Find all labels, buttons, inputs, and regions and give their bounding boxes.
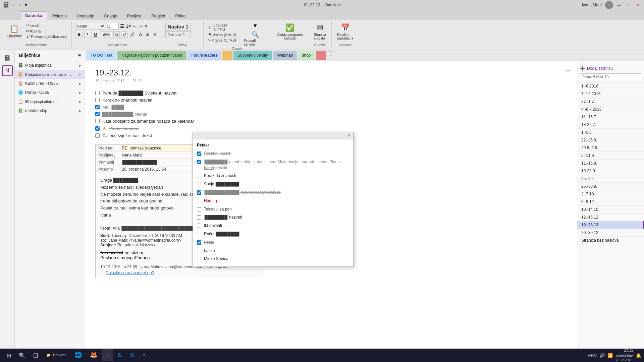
page-item-p14[interactable]: 26.-30.9. [577,183,644,190]
font-size-input[interactable] [107,23,119,29]
tasks-btn[interactable]: ✅ Zadaci programaOutlook [275,23,305,41]
find-tags-btn[interactable]: 🔍 Pronađi oznake [242,30,268,47]
fn-checkbox-11[interactable] [197,240,201,245]
page-item-p13[interactable]: 25.-29. [577,175,644,183]
tag2-btn[interactable]: ⚑Važno (Ctrl+2) [207,32,241,37]
tag3-btn[interactable]: ?Pitanje (Ctrl+3) [207,38,241,43]
meetup-link[interactable]: Dolazite sutra na meet-up? [106,270,154,275]
fn-checkbox-1[interactable] [197,152,201,156]
sidebar-item-50[interactable]: 📋 50 najinspiratinjih ... ▶ [15,97,85,106]
fn-checkbox-8[interactable] [197,215,201,220]
page-item-p1[interactable]: 1.-6.2016. [577,82,644,90]
page-item-p20[interactable]: 26.-30.12. [577,229,644,237]
sidebar-item-my-notebook[interactable]: 📓 Moja bilježnica ▶ [15,61,85,70]
tab-add[interactable]: + [327,51,335,59]
numlist-btn[interactable]: 1≡ [126,23,131,29]
network-icon[interactable]: 📶 [607,353,613,358]
fn-checkbox-13[interactable] [197,257,201,261]
tab-todo[interactable]: TO DO lista [87,51,116,60]
page-item-p5[interactable]: 11.-15.7. [577,113,644,121]
taskbar-app-firefox[interactable]: 🦊 [87,349,101,361]
forward-btn[interactable]: → [18,2,22,7]
fn-checkbox-10[interactable] [197,232,201,236]
checkbox-3[interactable] [95,105,100,109]
note-edit-icon[interactable]: ✏ [566,68,570,73]
sidebar-item-kucni-ured[interactable]: 🏠 Kućni ured - O365 ▶ [15,79,85,88]
sidebar-item-portal[interactable]: 🌐 Portal - O365 ▶ [15,88,85,97]
minimize-btn[interactable]: — [616,2,623,8]
page-item-p11[interactable]: 11.-16.9. [577,160,644,167]
page-item-p16[interactable]: 5.-9.12. [577,198,644,206]
tab-prikaz[interactable]: Prikaz [170,11,192,20]
tab-colored3[interactable] [222,51,232,60]
tab-supplier[interactable]: Supplier diversity [233,51,272,60]
strikethrough-btn[interactable]: abc [101,31,112,38]
page-item-p9[interactable]: 29.8.-2.9. [577,144,644,152]
highlight-btn[interactable]: 🖊 [129,31,136,38]
page-item-p18[interactable]: 12.-16.12. [577,214,644,221]
cut-btn[interactable]: ✂ Izreži [25,23,68,28]
back-btn[interactable]: ← [11,2,16,7]
page-item-p6[interactable]: 18-22.7. [577,121,644,129]
sidebar-item-korisnica[interactable]: 📔 Bilježnica korisnika Ivana -... ▼ [15,70,85,79]
my-notebook-icon[interactable]: 📓 [2,53,13,63]
tab-future[interactable]: Future leaders [187,51,221,60]
taskview-btn[interactable]: ❑ [30,349,42,361]
checkbox-6[interactable] [95,126,100,131]
tags-expand-icon[interactable]: ▼ [253,23,258,29]
indent-dec-btn[interactable]: ← [132,23,137,29]
page-item-p21[interactable]: Stranica bez naslova [577,237,644,244]
tab-nagrade[interactable]: Nagrade najboljim poduzetnicama [117,51,186,60]
format-btn[interactable]: 🖌 Prenositeljoblikovanja [25,34,68,39]
page-item-p4[interactable]: 4.-8.7.2016 [577,106,644,113]
notification-icon[interactable]: 🔔 [636,353,641,358]
tab-shop[interactable]: shop [298,51,315,60]
page-item-p3[interactable]: 27.-1.7. [577,98,644,106]
checkbox-2[interactable] [95,98,100,102]
justify-btn[interactable]: ≡ [145,23,147,29]
page-item-p19[interactable]: 19.-23.12. [577,221,644,229]
page-item-p2[interactable]: 7.-12.2016. [577,90,644,98]
search-input[interactable] [580,73,641,80]
page-item-p15[interactable]: 3.-7.10. [577,190,644,198]
fn-checkbox-6[interactable] [197,199,201,203]
tab-colored5[interactable] [316,51,326,60]
bold-btn[interactable]: B [75,31,83,38]
fn-checkbox-3[interactable] [197,174,201,178]
italic-btn[interactable]: I [84,31,90,38]
tab-povijest[interactable]: Povijest [122,11,146,20]
sup-btn[interactable]: x² [121,32,127,38]
font-family-select[interactable]: Calibri [75,23,105,29]
sidebar-toggle[interactable]: ≡ [78,53,81,58]
fn-checkbox-7[interactable] [197,207,201,212]
fn-checkbox-5[interactable] [197,190,201,195]
style1-btn[interactable]: Naslov 1 [165,23,191,31]
email-page-btn[interactable]: ✉ Stranicae-poste [312,23,328,41]
fn-checkbox-2[interactable] [197,160,201,164]
taskbar-app-skype[interactable]: S [114,349,125,361]
checkbox-1[interactable] [95,91,100,95]
meeting-btn[interactable]: 📅 Detalji osastanku ▾ [335,23,355,41]
page-item-p10[interactable]: 5.-11.9. [577,152,644,160]
tab-polazno[interactable]: Polazno [47,11,72,20]
taskbar-app-excel[interactable]: X [139,349,149,361]
checkbox-7[interactable] [95,133,100,138]
clear-btn[interactable]: ✕ [152,31,158,38]
page-item-p8[interactable]: 22.-26.8. [577,136,644,144]
close-btn[interactable]: ✕ [635,2,641,8]
page-item-p12[interactable]: 19-23.9. [577,167,644,175]
volume-icon[interactable]: 🔊 [599,353,605,358]
align-btn[interactable]: ≡ [145,31,150,38]
tag1-btn[interactable]: ☑Obaveze (Ctrl+1) [207,23,241,32]
add-page-top-btn[interactable]: ➕ Dodaj stranicu [580,65,641,72]
taskbar-app-onenote[interactable]: N [102,349,113,361]
page-item-p7[interactable]: 1.-5.8. [577,129,644,136]
tab-pregled[interactable]: Pregled [146,11,170,20]
page-item-p17[interactable]: 10.-14.10. [577,206,644,214]
start-btn[interactable]: ⊞ [3,349,15,361]
tab-webinari[interactable]: Webinari [273,51,297,60]
tab-umetanje[interactable]: Umetanje [72,11,99,20]
onenote-icon[interactable]: N [2,65,13,76]
maximize-btn[interactable]: □ [625,2,632,8]
quickaccess-btn[interactable]: ▼ [24,3,28,7]
